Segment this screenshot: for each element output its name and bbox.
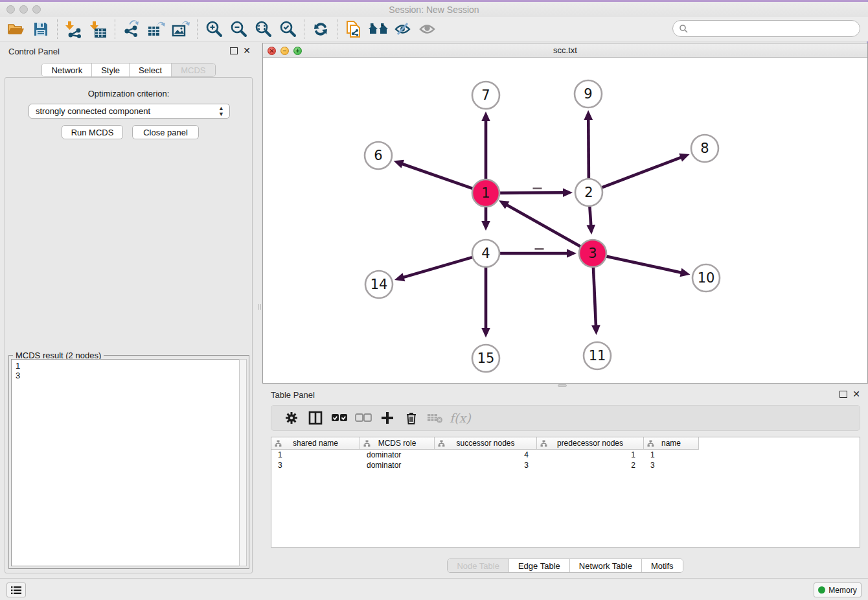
import-table-button[interactable] (86, 19, 111, 40)
tab-select[interactable]: Select (130, 63, 172, 76)
edge-1-2[interactable] (499, 192, 565, 193)
node-table[interactable]: shared nameMCDS rolesuccessor nodesprede… (271, 437, 860, 548)
show-details-button[interactable] (415, 19, 440, 40)
arrowhead-icon (567, 249, 577, 258)
table-row[interactable]: 1dominator411 (271, 450, 860, 460)
float-panel-icon[interactable] (839, 391, 847, 398)
export-image-button[interactable] (168, 19, 193, 40)
edge-3-11[interactable] (593, 267, 596, 327)
search-box[interactable] (672, 20, 860, 37)
split-columns-button[interactable] (303, 408, 327, 428)
column-sort-icon (540, 440, 547, 447)
select-all-button[interactable] (327, 408, 351, 428)
tab-network-table[interactable]: Network Table (570, 559, 642, 572)
refresh-button[interactable] (308, 19, 333, 40)
table-cell[interactable]: 1 (644, 450, 699, 460)
task-history-button[interactable] (6, 583, 26, 597)
control-panel-tabs: NetworkStyleSelectMCDS (0, 63, 257, 77)
search-input[interactable] (691, 21, 860, 36)
zoom-out-button[interactable] (226, 19, 251, 40)
column-header-shared-name[interactable]: shared name (271, 437, 360, 450)
delete-table-button[interactable] (423, 408, 447, 428)
edge-1-6[interactable] (401, 163, 473, 189)
edge-2-9[interactable] (588, 118, 589, 179)
app-window-title: Session: New Session (0, 5, 868, 15)
splitter-grip (258, 304, 261, 310)
table-cell[interactable]: 2 (537, 460, 644, 470)
table-body: 1dominator4113dominator323 (271, 450, 860, 470)
tab-edge-table[interactable]: Edge Table (509, 559, 570, 572)
zoom-selected-button[interactable] (275, 19, 300, 40)
vertical-splitter[interactable] (257, 41, 262, 578)
splitter-grip (558, 384, 567, 387)
gear-button[interactable] (279, 408, 303, 428)
edge-4-14[interactable] (402, 257, 473, 278)
list-icon (10, 586, 22, 595)
mcds-tab-content: Optimization criterion: strongly connect… (5, 77, 253, 573)
close-panel-button[interactable]: Close panel (132, 125, 199, 139)
save-session-button[interactable] (29, 19, 53, 40)
table-row[interactable]: 3dominator323 (271, 460, 860, 470)
table-cell[interactable]: 3 (271, 460, 360, 470)
add-column-button[interactable] (375, 408, 399, 428)
show-details-icon (418, 21, 437, 38)
network-canvas[interactable]: 1234678910111415 (263, 58, 867, 383)
table-cell[interactable]: 1 (271, 450, 360, 460)
hide-details-icon (393, 21, 413, 38)
float-panel-icon[interactable] (230, 47, 238, 54)
close-panel-icon[interactable]: ✕ (243, 46, 251, 55)
control-panel-header: Control Panel ✕ (0, 45, 257, 58)
tab-node-table[interactable]: Node Table (448, 559, 509, 572)
clone-network-icon (345, 19, 363, 39)
result-scrollbar[interactable] (239, 359, 247, 566)
deselect-all-button[interactable] (351, 408, 375, 428)
memory-button[interactable]: Memory (814, 583, 862, 597)
first-neighbors-button[interactable] (366, 19, 391, 40)
column-header-successor-nodes[interactable]: successor nodes (435, 437, 537, 450)
zoom-selected-icon (279, 20, 297, 38)
toolbar-separator (197, 19, 198, 39)
search-icon (679, 24, 688, 33)
arrowhead-icon (591, 325, 600, 335)
hide-details-button[interactable] (391, 19, 415, 40)
add-column-icon (380, 411, 394, 425)
tab-style[interactable]: Style (92, 63, 130, 76)
edge-2-3[interactable] (589, 206, 591, 227)
criterion-dropdown[interactable]: strongly connected component ▲▼ (29, 104, 230, 119)
zoom-fit-button[interactable] (251, 19, 275, 40)
delete-column-button[interactable] (399, 408, 423, 428)
tab-mcds[interactable]: MCDS (172, 63, 214, 76)
table-cell[interactable]: 3 (644, 460, 699, 470)
edge-2-8[interactable] (602, 157, 683, 187)
zoom-in-button[interactable] (201, 19, 226, 40)
function-builder-button[interactable]: f(x) (450, 411, 471, 425)
import-network-button[interactable] (62, 19, 86, 40)
arrowhead-icon (586, 225, 595, 235)
table-cell[interactable]: dominator (360, 460, 435, 470)
table-cell[interactable]: 4 (435, 450, 537, 460)
column-header-name[interactable]: name (644, 437, 699, 450)
export-table-button[interactable] (144, 19, 168, 40)
tab-network[interactable]: Network (42, 63, 92, 76)
table-header-row: shared nameMCDS rolesuccessor nodesprede… (271, 437, 860, 450)
mcds-result-group: MCDS result (2 nodes) 1 3 (8, 355, 249, 569)
memory-label: Memory (828, 586, 856, 595)
table-cell[interactable]: 3 (435, 460, 537, 470)
clone-network-button[interactable] (341, 19, 366, 40)
export-network-button[interactable] (119, 19, 144, 40)
select-all-icon (331, 413, 348, 422)
table-cell[interactable]: dominator (360, 450, 435, 460)
close-panel-icon[interactable]: ✕ (852, 389, 860, 398)
table-cell[interactable]: 1 (537, 450, 644, 460)
tab-motifs[interactable]: Motifs (642, 559, 683, 572)
mcds-result-text[interactable]: 1 3 (11, 359, 239, 566)
edge-3-1[interactable] (505, 204, 580, 247)
column-header-predecessor-nodes[interactable]: predecessor nodes (537, 437, 644, 450)
column-header-MCDS-role[interactable]: MCDS role (360, 437, 435, 450)
import-table-icon (89, 20, 108, 38)
run-mcds-button[interactable]: Run MCDS (62, 125, 123, 139)
open-session-button[interactable] (4, 19, 29, 40)
network-window-titlebar[interactable]: ✕ − + scc.txt (263, 43, 867, 58)
edge-3-10[interactable] (606, 256, 683, 273)
table-panel-tabs: Node TableEdge TableNetwork TableMotifs (262, 559, 868, 573)
